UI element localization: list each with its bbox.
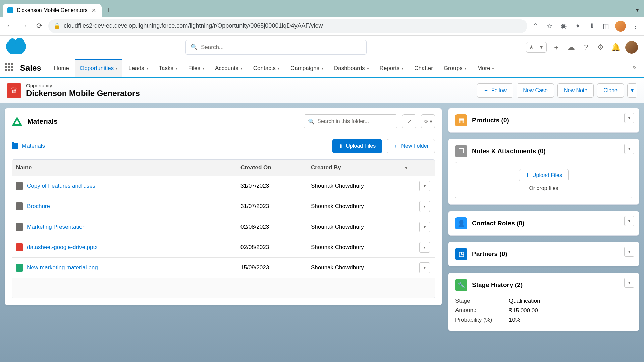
reload-button[interactable]: ⟳ [34, 20, 45, 32]
back-button[interactable]: ← [4, 20, 15, 32]
favorites-combo[interactable]: ★ ▾ [526, 42, 547, 53]
table-row: Brochure 31/07/2023 Shounak Chowdhury ▾ [12, 196, 435, 217]
url-text: cloudfiles2-dev-ed.develop.lightning.for… [64, 22, 323, 29]
nav-campaigns[interactable]: Campaigns▾ [286, 59, 328, 77]
col-name[interactable]: Name [12, 160, 236, 176]
notes-title[interactable]: Notes & Attachments (0) [472, 147, 546, 155]
row-actions-button[interactable]: ▾ [419, 201, 430, 212]
chevron-down-icon[interactable]: ▾ [202, 66, 204, 71]
stage-history-icon: 🔧 [455, 279, 467, 291]
amount-label: Amount: [455, 307, 509, 314]
share-icon[interactable]: ⇧ [531, 21, 540, 31]
chevron-down-icon[interactable]: ▾ [492, 66, 494, 71]
nav-leads[interactable]: Leads▾ [124, 59, 153, 77]
follow-button[interactable]: ＋Follow [477, 83, 513, 98]
chevron-down-icon[interactable]: ▾ [401, 66, 404, 71]
file-created-by: Shounak Chowdhury [307, 239, 414, 255]
sidepanel-icon[interactable]: ◫ [601, 21, 610, 31]
forward-button[interactable]: → [19, 20, 30, 32]
clone-button[interactable]: Clone [597, 83, 624, 98]
row-actions-button[interactable]: ▾ [419, 222, 430, 232]
row-actions-button[interactable]: ▾ [419, 181, 430, 191]
products-icon: ▦ [455, 114, 467, 126]
new-note-button[interactable]: New Note [557, 83, 594, 98]
nav-tasks[interactable]: Tasks▾ [154, 59, 182, 77]
nav-more[interactable]: More▾ [473, 59, 499, 77]
nav-reports[interactable]: Reports▾ [375, 59, 409, 77]
bookmark-icon[interactable]: ☆ [545, 21, 554, 31]
tab-close-icon[interactable]: ✕ [91, 7, 97, 13]
global-search-input[interactable]: 🔍 Search... [185, 40, 367, 55]
chevron-down-icon[interactable]: ▾ [321, 66, 323, 71]
chevron-down-icon[interactable]: ▾ [116, 66, 118, 71]
app-launcher-icon[interactable] [5, 63, 15, 73]
table-row: New marketing material.png 15/09/2023 Sh… [12, 257, 435, 278]
browser-menu-icon[interactable]: ⋮ [631, 21, 640, 31]
chevron-down-icon[interactable]: ▾ [146, 66, 148, 71]
file-name-link[interactable]: Marketing Presentation [27, 224, 86, 230]
file-name-link[interactable]: New marketing material.png [27, 264, 98, 271]
chevron-down-icon: ▾ [405, 165, 407, 170]
search-icon: 🔍 [191, 44, 198, 51]
user-avatar[interactable] [625, 41, 638, 54]
browser-tab[interactable]: Dickenson Mobile Generators ✕ [3, 4, 102, 17]
url-field[interactable]: 🔒 cloudfiles2-dev-ed.develop.lightning.f… [48, 19, 527, 33]
nav-chatter[interactable]: Chatter [410, 59, 438, 77]
downloads-icon[interactable]: ⬇ [587, 21, 596, 31]
table-header: Name Created On Created By▾ [12, 160, 435, 176]
nav-dashboards[interactable]: Dashboards▾ [329, 59, 374, 77]
file-name-link[interactable]: Copy of Features and uses [27, 183, 95, 189]
stage-history-menu-button[interactable]: ▾ [624, 278, 634, 288]
chevron-down-icon[interactable]: ▾ [278, 66, 280, 71]
upload-files-button[interactable]: ⬆Upload Files [332, 139, 382, 153]
nav-groups[interactable]: Groups▾ [439, 59, 471, 77]
new-case-button[interactable]: New Case [517, 83, 554, 98]
chevron-down-icon[interactable]: ▾ [465, 66, 467, 71]
more-actions-button[interactable]: ▾ [627, 83, 637, 98]
stage-history-title[interactable]: Stage History (2) [472, 281, 523, 289]
chevron-down-icon[interactable]: ▾ [240, 66, 243, 71]
chevron-down-icon[interactable]: ▾ [175, 66, 177, 71]
products-menu-button[interactable]: ▾ [624, 113, 634, 123]
new-folder-button[interactable]: ＋New Folder [387, 139, 435, 153]
expand-icon[interactable]: ⤢ [402, 114, 416, 128]
row-actions-button[interactable]: ▾ [419, 262, 430, 273]
notes-menu-button[interactable]: ▾ [624, 144, 634, 154]
col-created-on[interactable]: Created On [236, 160, 307, 176]
extensions-icon[interactable]: ✦ [573, 21, 582, 31]
new-tab-button[interactable]: + [102, 3, 115, 17]
partners-menu-button[interactable]: ▾ [624, 247, 634, 257]
file-name-link[interactable]: Brochure [27, 203, 50, 210]
file-name-link[interactable]: datasheet-google-drive.pptx [27, 244, 98, 251]
nav-accounts[interactable]: Accounts▾ [210, 59, 247, 77]
notes-upload-button[interactable]: ⬆Upload Files [519, 169, 569, 181]
products-title[interactable]: Products (0) [472, 117, 509, 124]
global-add-icon[interactable]: ＋ [551, 42, 561, 52]
upload-drop-zone[interactable]: ⬆Upload Files Or drop files [455, 162, 632, 198]
extension-eye-icon[interactable]: ◉ [559, 21, 568, 31]
settings-gear-icon[interactable]: ⚙ ▾ [421, 114, 435, 128]
chevron-down-icon[interactable]: ▾ [367, 66, 369, 71]
nav-files[interactable]: Files▾ [183, 59, 209, 77]
trailhead-icon[interactable]: ☁ [566, 42, 576, 52]
tab-overflow-icon[interactable]: ▾ [631, 4, 644, 17]
profile-avatar[interactable] [615, 21, 626, 32]
content-area: Materials 🔍 Search in this folder... ⤢ ⚙… [0, 103, 644, 362]
contact-roles-title[interactable]: Contact Roles (0) [472, 220, 524, 227]
salesforce-logo[interactable] [6, 40, 26, 54]
edit-nav-icon[interactable]: ✎ [629, 63, 639, 73]
setup-gear-icon[interactable]: ⚙ [596, 42, 606, 52]
partners-title[interactable]: Partners (0) [472, 250, 507, 258]
nav-contacts[interactable]: Contacts▾ [249, 59, 284, 77]
table-row: Marketing Presentation 02/08/2023 Shouna… [12, 217, 435, 237]
help-icon[interactable]: ? [581, 42, 591, 52]
stage-history-card: 🔧 Stage History (2) ▾ Stage:Qualificatio… [448, 273, 639, 331]
col-created-by[interactable]: Created By▾ [307, 160, 414, 176]
notifications-bell-icon[interactable]: 🔔 [610, 42, 621, 52]
nav-home[interactable]: Home [49, 59, 74, 77]
breadcrumb[interactable]: Materials [12, 143, 45, 149]
contact-roles-menu-button[interactable]: ▾ [624, 216, 634, 226]
materials-search-input[interactable]: 🔍 Search in this folder... [304, 114, 397, 128]
row-actions-button[interactable]: ▾ [419, 242, 430, 253]
nav-opportunities[interactable]: Opportunities▾ [75, 59, 122, 77]
